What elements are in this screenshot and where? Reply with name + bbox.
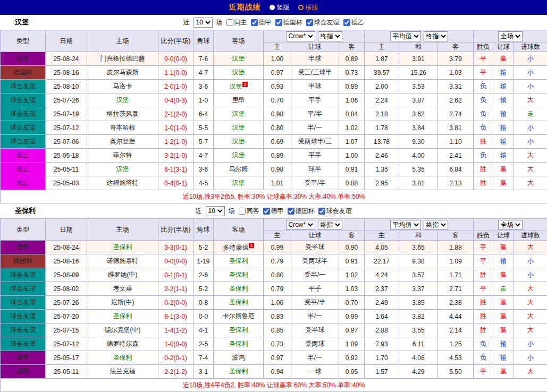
avg-stage-select[interactable]: 终指 [424,31,448,41]
league-filter-checkbox[interactable] [288,208,294,215]
league-filter-德甲[interactable]: 德甲 [251,18,272,27]
team-link[interactable]: 尼斯(中) [111,299,134,306]
team-link[interactable]: 哥本哈根 [110,124,136,131]
home-team[interactable]: 菲尔特 [87,149,158,163]
team-link[interactable]: 圣保利 [229,340,248,347]
odds-stage-select[interactable]: 终指 [318,220,342,230]
same-venue-checkbox-input[interactable] [239,208,246,215]
away-team[interactable]: 汉堡 [214,52,264,66]
fulltime-select[interactable]: 全场 [498,31,523,41]
away-team[interactable]: 汉堡 [214,149,264,163]
league-filter-球会友谊[interactable]: 球会友谊 [318,207,352,216]
team-link[interactable]: 达姆施塔特 [107,179,139,186]
league-filter-checkbox[interactable] [263,208,270,215]
team-link[interactable]: 维罗纳(中) [108,271,138,278]
layout-radio-vertical[interactable]: 竖版 [270,3,290,12]
home-team[interactable]: 格拉茨风暴 [87,107,158,121]
home-team[interactable]: 圣保利 [87,310,158,323]
home-team[interactable]: 达姆施塔特 [87,176,158,190]
team-link[interactable]: 圣保利 [229,257,248,265]
odds-source-select[interactable]: Crow* [286,31,315,41]
layout-radio-horizontal[interactable]: 横版 [298,3,318,12]
team-link[interactable]: 格拉茨风暴 [107,110,139,117]
team-link[interactable]: 汉堡 [116,96,129,104]
match-count-select[interactable]: 10 [193,18,213,28]
home-team[interactable]: 马洛卡 [87,80,158,93]
away-team[interactable]: 圣保利 [214,268,264,282]
home-team[interactable]: 汉堡 [87,93,158,107]
away-team[interactable]: 汉堡1 [214,80,264,93]
away-team[interactable]: 圣保利 [214,365,264,379]
team-link[interactable]: 汉堡 [232,138,245,145]
home-team[interactable]: 哥本哈根 [87,121,158,135]
team-link[interactable]: 德罗特尔森 [107,340,139,347]
away-team[interactable]: 汉堡 [214,135,264,149]
team-link[interactable]: 圣保利 [229,285,248,292]
home-team[interactable]: 圣保利 [87,351,158,365]
away-team[interactable]: 汉堡 [214,66,264,80]
team-link[interactable]: 汉堡 [232,179,245,186]
team-link[interactable]: 法兰克福 [110,368,136,375]
league-filter-德乙[interactable]: 德乙 [343,18,364,27]
match-count-select[interactable]: 10 [206,206,225,216]
away-team[interactable]: 乌尔姆 [214,163,264,176]
home-team[interactable]: 维罗纳(中) [87,268,158,282]
team-link[interactable]: 汉堡 [229,83,242,90]
odds-source-select[interactable]: Crow* [286,220,315,230]
team-link[interactable]: 锡尔克堡(中) [105,326,141,334]
home-team[interactable]: 圣保利 [87,241,158,254]
away-team[interactable]: 圣保利 [214,254,264,268]
home-team[interactable]: 考文垂 [87,282,158,296]
league-filter-德甲[interactable]: 德甲 [263,207,284,216]
same-venue-checkbox-input[interactable] [226,19,233,26]
home-team[interactable]: 法兰克福 [87,365,158,379]
team-link[interactable]: 汉堡 [232,69,245,76]
same-venue-checkbox[interactable]: 同客 [239,207,259,216]
league-filter-checkbox[interactable] [251,19,258,26]
home-team[interactable]: 皮尔马森斯 [87,66,158,80]
team-link[interactable]: 圣保利 [229,271,248,278]
team-link[interactable]: 圣保利 [113,243,132,251]
odds-stage-select[interactable]: 终指 [318,31,342,41]
team-link[interactable]: 圣保利 [229,326,248,334]
team-link[interactable]: 多特蒙德 [223,244,248,251]
team-link[interactable]: 菲尔特 [113,151,132,159]
league-filter-checkbox[interactable] [343,19,350,26]
league-filter-checkbox[interactable] [318,208,325,215]
avg-stage-select[interactable]: 终指 [424,220,448,230]
team-link[interactable]: 圣保利 [229,368,248,375]
home-team[interactable]: 尼斯(中) [87,296,158,310]
home-team[interactable]: 汉堡 [87,163,158,176]
team-link[interactable]: 汉堡 [116,165,129,173]
avg-source-select[interactable]: 平均值 [390,31,421,41]
home-team[interactable]: 门兴格拉德巴赫 [87,52,158,66]
away-team[interactable]: 波鸿 [214,351,264,365]
team-link[interactable]: 汉堡 [232,55,245,62]
team-link[interactable]: 汉堡 [232,110,245,117]
team-link[interactable]: 卡尔斯鲁厄 [223,312,255,320]
team-link[interactable]: 乌尔姆 [229,165,248,173]
league-filter-德国杯[interactable]: 德国杯 [275,18,302,27]
away-team[interactable]: 卡尔斯鲁厄 [214,310,264,323]
team-link[interactable]: 汉堡 [232,124,245,131]
league-filter-德国杯[interactable]: 德国杯 [288,207,315,216]
away-team[interactable]: 汉堡 [214,176,264,190]
fulltime-select[interactable]: 全场 [498,220,523,230]
away-team[interactable]: 圣保利 [214,282,264,296]
team-link[interactable]: 圣保利 [229,299,248,306]
home-team[interactable]: 锡尔克堡(中) [87,323,158,337]
team-link[interactable]: 门兴格拉德巴赫 [100,55,145,62]
away-team[interactable]: 圣保利 [214,323,264,337]
avg-source-select[interactable]: 平均值 [390,220,421,230]
team-link[interactable]: 皮尔马森斯 [107,69,139,76]
team-link[interactable]: 汉堡 [232,151,245,159]
team-link[interactable]: 里昂 [232,96,245,104]
team-link[interactable]: 奥尔登堡 [110,138,136,145]
team-link[interactable]: 诺德施泰特 [107,257,139,265]
home-team[interactable]: 德罗特尔森 [87,337,158,351]
same-venue-checkbox[interactable]: 同主 [226,18,247,27]
home-team[interactable]: 奥尔登堡 [87,135,158,149]
league-filter-checkbox[interactable] [306,19,313,26]
team-link[interactable]: 波鸿 [232,354,245,361]
league-filter-checkbox[interactable] [275,19,282,26]
